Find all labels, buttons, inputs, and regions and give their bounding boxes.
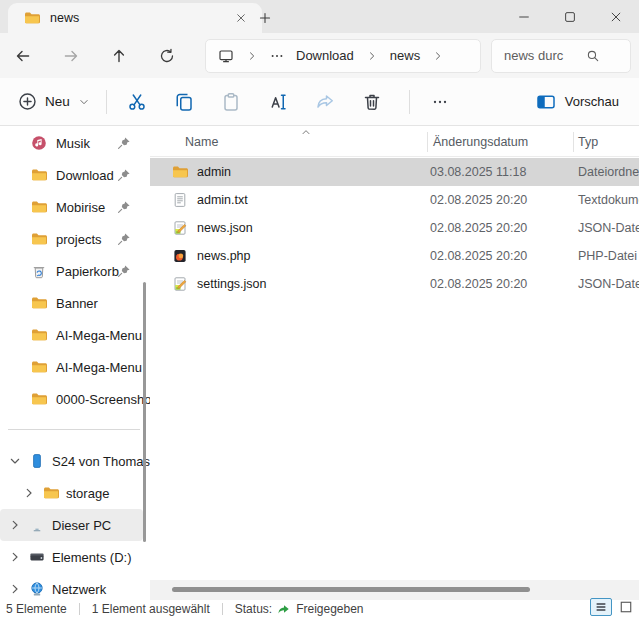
json-document-icon xyxy=(172,220,188,236)
sidebar-item-label: projects xyxy=(56,232,102,247)
column-header-name[interactable]: Name xyxy=(185,135,218,149)
column-divider[interactable] xyxy=(573,132,574,152)
file-date: 03.08.2025 11:18 xyxy=(430,165,526,179)
horizontal-scrollbar-thumb[interactable] xyxy=(172,587,530,592)
paste-button[interactable] xyxy=(211,84,251,120)
delete-button[interactable] xyxy=(352,84,392,120)
search-input[interactable] xyxy=(504,48,580,63)
new-tab-button[interactable] xyxy=(252,8,278,28)
new-button[interactable]: Neu xyxy=(12,84,96,120)
sidebar-item-label: S24 von Thomas xyxy=(52,454,150,469)
file-list-area: Name Änderungsdatum Typ admin 03.08.2025… xyxy=(150,126,639,580)
column-header-date[interactable]: Änderungsdatum xyxy=(433,135,528,149)
address-bar[interactable]: Download news xyxy=(205,39,481,73)
sidebar-item-0000-screenshot[interactable]: 0000-Screenshot xyxy=(0,383,150,415)
command-toolbar: Neu Vorschau xyxy=(0,78,639,126)
arrow-right-icon xyxy=(63,48,79,64)
sidebar-item-s24-von-thomas[interactable]: S24 von Thomas xyxy=(0,445,150,477)
status-label: Status: xyxy=(235,602,272,616)
sidebar-item-netzwerk[interactable]: Netzwerk xyxy=(0,573,150,600)
folder-icon xyxy=(31,391,47,407)
sidebar-item-mobirise[interactable]: Mobirise xyxy=(0,191,150,223)
explorer-tab[interactable]: news xyxy=(8,3,262,33)
plus-icon xyxy=(258,11,272,25)
search-box[interactable] xyxy=(491,39,631,73)
file-row-settings-json[interactable]: settings.json 02.08.2025 20:20 JSON-Date… xyxy=(150,270,639,298)
maximize-button[interactable] xyxy=(547,0,593,33)
chevron-right-icon[interactable] xyxy=(432,50,444,62)
phone-icon xyxy=(29,453,45,469)
sidebar-scrollbar[interactable] xyxy=(143,282,146,542)
chevron-right-icon[interactable] xyxy=(8,518,22,532)
sidebar-item-musik[interactable]: Musik xyxy=(0,127,150,159)
file-date: 02.08.2025 20:20 xyxy=(430,249,527,263)
horizontal-scrollbar-track[interactable] xyxy=(150,580,639,600)
file-name: news.json xyxy=(197,221,253,235)
sidebar-item-label: Banner xyxy=(56,296,98,311)
sidebar-item-label: AI-Mega-Menu xyxy=(56,328,142,343)
breadcrumb-item-download[interactable]: Download xyxy=(296,48,354,63)
details-view-button[interactable] xyxy=(590,598,612,616)
sidebar-item-projects[interactable]: projects xyxy=(0,223,150,255)
file-type: Dateiordner xyxy=(578,165,639,179)
cut-button[interactable] xyxy=(117,84,157,120)
sidebar-item-label: Elements (D:) xyxy=(52,550,131,565)
rename-button[interactable] xyxy=(258,84,298,120)
column-header-type[interactable]: Typ xyxy=(578,135,598,149)
chevron-right-icon[interactable] xyxy=(366,50,378,62)
preview-pane-icon xyxy=(536,92,556,112)
pin-icon[interactable] xyxy=(117,168,131,182)
pin-icon[interactable] xyxy=(117,264,131,278)
status-value: Freigegeben xyxy=(296,602,363,616)
pin-icon[interactable] xyxy=(117,232,131,246)
chevron-right-icon[interactable] xyxy=(22,486,36,500)
column-divider[interactable] xyxy=(427,132,428,152)
pin-icon[interactable] xyxy=(117,136,131,150)
sidebar-divider xyxy=(8,429,140,430)
chevron-right-icon[interactable] xyxy=(246,50,258,62)
file-explorer-window: news xyxy=(0,0,639,617)
refresh-icon xyxy=(159,48,175,64)
share-button[interactable] xyxy=(305,84,345,120)
sidebar-item-ai-mega-menu-2[interactable]: AI-Mega-Menu xyxy=(0,351,150,383)
sidebar-item-banner[interactable]: Banner xyxy=(0,287,150,319)
refresh-button[interactable] xyxy=(155,44,179,68)
folder-icon xyxy=(31,231,47,247)
large-icons-view-button[interactable] xyxy=(616,599,636,615)
tab-close-button[interactable] xyxy=(230,7,252,29)
forward-button[interactable] xyxy=(59,44,83,68)
pin-icon[interactable] xyxy=(117,200,131,214)
minimize-button[interactable] xyxy=(501,0,547,33)
sidebar-item-papierkorb[interactable]: Papierkorb xyxy=(0,255,150,287)
file-row-news-php[interactable]: news.php 02.08.2025 20:20 PHP-Datei xyxy=(150,242,639,270)
minimize-icon xyxy=(517,10,531,24)
more-options-button[interactable] xyxy=(420,84,460,120)
sidebar-item-elements-d[interactable]: Elements (D:) xyxy=(0,541,150,573)
file-name: admin.txt xyxy=(197,193,248,207)
sidebar-item-ai-mega-menu[interactable]: AI-Mega-Menu xyxy=(0,319,150,351)
status-bar: 5 Elemente 1 Element ausgewählt Status: … xyxy=(0,600,639,617)
file-row-admin-txt[interactable]: admin.txt 02.08.2025 20:20 Textdokument xyxy=(150,186,639,214)
sidebar-item-download[interactable]: Download xyxy=(0,159,150,191)
sidebar-item-storage[interactable]: storage xyxy=(0,477,150,509)
trash-icon xyxy=(362,92,382,112)
breadcrumb-item-news[interactable]: news xyxy=(390,48,420,63)
close-window-button[interactable] xyxy=(593,0,639,33)
chevron-down-icon[interactable] xyxy=(8,454,22,468)
toolbar-divider xyxy=(106,90,107,114)
arrow-up-icon xyxy=(111,48,127,64)
back-button[interactable] xyxy=(11,44,35,68)
chevron-right-icon[interactable] xyxy=(8,550,22,564)
sidebar-item-dieser-pc[interactable]: Dieser PC xyxy=(0,509,143,541)
up-button[interactable] xyxy=(107,44,131,68)
folder-icon xyxy=(31,295,47,311)
file-row-news-json[interactable]: news.json 02.08.2025 20:20 JSON-Datei xyxy=(150,214,639,242)
chevron-right-icon[interactable] xyxy=(8,582,22,596)
sort-ascending-icon[interactable] xyxy=(300,126,312,138)
file-row-admin[interactable]: admin 03.08.2025 11:18 Dateiordner xyxy=(150,158,639,186)
preview-toggle-button[interactable]: Vorschau xyxy=(528,84,627,120)
breadcrumb-ellipsis-icon[interactable] xyxy=(270,49,284,63)
folder-icon xyxy=(24,10,40,26)
large-icons-view-icon xyxy=(619,600,633,614)
copy-button[interactable] xyxy=(164,84,204,120)
